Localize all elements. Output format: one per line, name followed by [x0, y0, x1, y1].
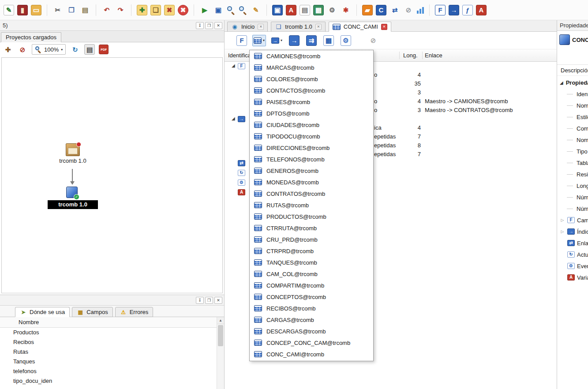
- dropdown-item[interactable]: TELEFONOS@trcomb: [250, 153, 373, 165]
- scroll-up-icon[interactable]: ▲: [217, 317, 224, 324]
- dropdown-item[interactable]: PRODUCTOS@trcomb: [250, 211, 373, 222]
- property-row[interactable]: Estilo: [557, 111, 588, 123]
- pin-button[interactable]: ↧: [196, 297, 204, 304]
- property-row[interactable]: Identificador: [557, 88, 588, 100]
- indexes-icon[interactable]: →: [449, 5, 459, 15]
- formulas-icon[interactable]: ƒ: [462, 5, 473, 15]
- search-next-icon[interactable]: [239, 6, 247, 15]
- open-project-icon[interactable]: ▭: [31, 5, 41, 15]
- close-tab-icon[interactable]: ✕: [258, 24, 264, 30]
- delete-object-icon[interactable]: ✖: [164, 5, 175, 15]
- dropdown-item[interactable]: MARCAS@trcomb: [250, 62, 373, 73]
- property-row[interactable]: Longitud: [557, 180, 588, 191]
- property-row[interactable]: Comentarios: [557, 123, 588, 134]
- pan-icon[interactable]: ✚: [3, 44, 13, 55]
- expander-icon[interactable]: ◢: [232, 116, 235, 121]
- dropdown-item[interactable]: CONCEP_CONC_CAM@trcomb: [250, 337, 373, 348]
- dropdown-item[interactable]: TIPODOCU@trcomb: [250, 131, 373, 142]
- dropdown-item[interactable]: CARGAS@trcomb: [250, 314, 373, 325]
- grab-icon[interactable]: ⊘: [17, 44, 28, 55]
- report-icon[interactable]: ▤: [300, 5, 310, 15]
- usage-row[interactable]: tipo_docu_iden: [0, 376, 224, 386]
- styles-icon[interactable]: A: [286, 5, 296, 15]
- dropdown-item[interactable]: CONTACTOS@trcomb: [250, 85, 373, 96]
- forbidden-icon[interactable]: ⊘: [403, 5, 414, 15]
- new-formula-button[interactable]: ▦: [322, 35, 335, 46]
- new-table-button[interactable]: ▾: [252, 35, 266, 46]
- export-pdf-icon[interactable]: PDF: [99, 45, 109, 54]
- tab-conc-cami[interactable]: CONC_CAMI✕: [329, 22, 391, 32]
- fields-icon[interactable]: F: [435, 5, 446, 15]
- edit-script-icon[interactable]: ✎: [251, 5, 261, 15]
- project-node-icon[interactable]: [66, 143, 80, 156]
- close-tab-icon[interactable]: ✕: [315, 24, 322, 30]
- usage-row[interactable]: Productos: [0, 328, 224, 337]
- property-section-row[interactable]: AVariables: [557, 272, 588, 283]
- copy-icon[interactable]: ❐: [66, 5, 77, 15]
- variables-icon[interactable]: A: [476, 5, 487, 15]
- property-row[interactable]: Residente: [557, 168, 588, 180]
- float-button[interactable]: ❐: [205, 297, 213, 304]
- dropdown-item[interactable]: MONEDAS@trcomb: [250, 176, 373, 188]
- duplicate-object-icon[interactable]: ❏: [150, 5, 161, 15]
- redo-icon[interactable]: ↷: [115, 5, 126, 15]
- paste-icon[interactable]: ▤: [80, 5, 90, 15]
- expander-icon[interactable]: ▷: [560, 218, 565, 222]
- undo-icon[interactable]: ↶: [101, 5, 112, 15]
- dropdown-item[interactable]: COMPARTIM@trcomb: [250, 280, 373, 291]
- property-row[interactable]: Número: [557, 191, 588, 203]
- cut-icon[interactable]: ✂: [52, 5, 63, 15]
- dropdown-item[interactable]: CAM_COL@trcomb: [250, 268, 373, 280]
- expander-icon[interactable]: ▷: [560, 229, 565, 234]
- dropdown-item[interactable]: DESCARGAS@trcomb: [250, 325, 373, 337]
- dropdown-item[interactable]: PAISES@trcomb: [250, 96, 373, 108]
- print-icon[interactable]: ▤: [84, 44, 95, 55]
- property-section-row[interactable]: ▷FCampos: [557, 214, 588, 226]
- dropdown-item[interactable]: CONTRATOS@trcomb: [250, 188, 373, 199]
- dropdown-item[interactable]: CTRRUTA@trcomb: [250, 222, 373, 234]
- tab-trcomb-1-0[interactable]: ❑trcomb 1.0✕: [271, 22, 325, 32]
- dropdown-item[interactable]: CONC_CAMI@trcomb: [250, 348, 373, 360]
- refresh-icon[interactable]: ↻: [70, 44, 80, 55]
- property-section-row[interactable]: ⇄Enlaces: [557, 237, 588, 249]
- property-section-row[interactable]: ▷→Índices: [557, 226, 588, 237]
- dropdown-item[interactable]: CIUDADES@trcomb: [250, 119, 373, 131]
- properties-root-row[interactable]: ◢ Propiedades: [557, 77, 588, 88]
- save-all-icon[interactable]: ▣: [213, 5, 224, 15]
- expander-icon[interactable]: ◢: [560, 80, 563, 85]
- instance-node-icon[interactable]: ✓: [66, 187, 78, 198]
- package-icon[interactable]: ▰: [362, 5, 373, 15]
- property-row[interactable]: Nombre: [557, 100, 588, 111]
- vertical-scrollbar[interactable]: ▲: [217, 317, 224, 389]
- close-tab-icon[interactable]: ✕: [381, 24, 387, 30]
- close-button[interactable]: ✕: [214, 22, 222, 29]
- tab-d-nde-se-usa[interactable]: ➤Dónde se usa: [15, 307, 70, 317]
- stop-icon[interactable]: ✖: [178, 5, 188, 15]
- dropdown-item[interactable]: RECIBOS@trcomb: [250, 303, 373, 314]
- description-section-header[interactable]: Descripción: [557, 64, 588, 76]
- usage-row[interactable]: Rutas: [0, 347, 224, 357]
- tab-proyectos-cargados[interactable]: Proyectos cargados: [1, 32, 61, 42]
- dropdown-item[interactable]: RUTAS@trcomb: [250, 199, 373, 211]
- new-event-button[interactable]: ⚙: [339, 35, 352, 46]
- property-section-row[interactable]: ⚙Eventos: [557, 260, 588, 272]
- dropdown-item[interactable]: GENEROS@trcomb: [250, 165, 373, 176]
- usage-row[interactable]: Tanques: [0, 357, 224, 367]
- dropdown-item[interactable]: CTRPRD@trcomb: [250, 245, 373, 257]
- property-row[interactable]: Número: [557, 203, 588, 214]
- plugins-icon[interactable]: ✱: [341, 5, 351, 15]
- add-object-icon[interactable]: ✚: [137, 5, 147, 15]
- settings-icon[interactable]: ⚙: [327, 5, 337, 15]
- new-link-button[interactable]: →: [288, 35, 301, 46]
- tab-campos[interactable]: ▦Campos: [72, 307, 112, 317]
- new-update-button[interactable]: ⇉: [305, 35, 318, 46]
- project-canvas[interactable]: trcomb 1.0 ✓ trcomb 1.0: [1, 57, 223, 293]
- chart-icon[interactable]: [417, 7, 424, 14]
- new-index-button[interactable]: →▾: [270, 35, 284, 46]
- tab-errores[interactable]: ⚠Errores: [115, 307, 154, 317]
- sync-icon[interactable]: ⇄: [390, 5, 400, 15]
- tab-inicio[interactable]: ◉Inicio✕: [227, 22, 268, 32]
- pin-button[interactable]: ↧: [196, 22, 204, 29]
- usage-row[interactable]: telefonos: [0, 367, 224, 376]
- zoom-select[interactable]: 100%▾: [32, 44, 66, 55]
